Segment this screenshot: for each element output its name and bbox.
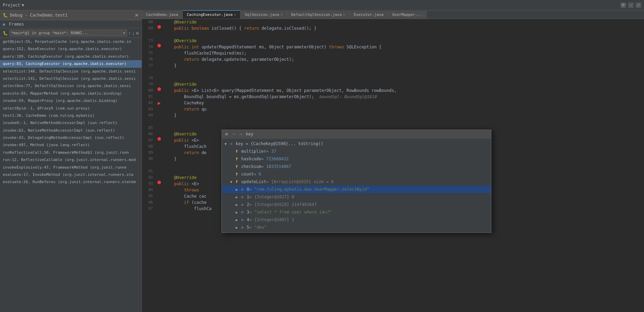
tab-cachingexecutor-java[interactable]: CachingExecutor.java × xyxy=(183,10,241,19)
thread-down-button[interactable]: ↓ xyxy=(132,30,135,36)
line-number: 93 xyxy=(142,181,156,187)
tree-key: key = {CacheKey@1598}... toString() xyxy=(236,141,323,146)
tree-value: = 1833514067 xyxy=(261,164,291,169)
expand-button[interactable]: ⤢ xyxy=(636,2,641,8)
line-content: flushCacheIfRequired(ms); xyxy=(163,50,644,56)
code-line: 75 flushCacheIfRequired(ms); xyxy=(142,50,644,56)
code-line xyxy=(142,31,644,38)
tab-cachedemo-java[interactable]: CacheDemo.java xyxy=(142,11,183,19)
stack-item[interactable]: selectOne:77, DefaultSqlSession (org.apa… xyxy=(0,82,142,89)
tree-row[interactable]: f hashcode = 723660432 xyxy=(222,155,491,163)
line-number: 74 xyxy=(142,44,156,50)
stack-item[interactable]: invoke:43, DelegatingMethodAccessorImpl … xyxy=(0,134,142,141)
tab-defaultsqlsession-java[interactable]: DefaultSqlSession.java × xyxy=(287,11,350,19)
stack-item[interactable]: evaluate:26, RunBefores (org.junit.inter… xyxy=(0,178,142,186)
tree-toggle-icon[interactable]: ▼ xyxy=(230,180,236,184)
tree-row[interactable]: f multiplier = 37 xyxy=(222,148,491,155)
tree-row[interactable]: ▼∞ key = {CacheKey@1598}... toString() xyxy=(222,140,491,148)
line-number: 85 xyxy=(142,125,156,131)
tab-executor-java[interactable]: Executor.java xyxy=(350,11,388,19)
line-number: 68 xyxy=(142,19,156,25)
line-number: 84 xyxy=(142,112,156,119)
tree-toggle-icon[interactable]: ▶ xyxy=(236,188,241,191)
tree-toggle-icon[interactable]: ▼ xyxy=(225,142,230,146)
line-number: 80 xyxy=(142,87,156,94)
line-content: @Override xyxy=(163,19,644,25)
stack-item[interactable]: evaluate:17, InvokeMethod (org.junit.int… xyxy=(0,171,142,178)
tree-toggle-icon[interactable]: ▶ xyxy=(236,195,241,199)
tab-close-icon[interactable]: × xyxy=(234,13,236,17)
tree-key: updateList xyxy=(241,179,266,184)
thread-dropdown[interactable]: *main*@1 in group *main*: RUNNI... ▾ xyxy=(9,30,127,36)
tree-row[interactable]: ▶≡ 2 = {Integer@1628} 2147483647 xyxy=(222,201,491,208)
thread-label: *main*@1 in group *main*: RUNNI... xyxy=(11,31,89,35)
stack-item[interactable]: selectByid:-1, $Proxy9 (com.sun.proxy) xyxy=(0,105,142,112)
stack-item[interactable]: invokeExplosively:47, FrameworkMethod (o… xyxy=(0,164,142,171)
line-number: 96 xyxy=(142,199,156,206)
stack-item[interactable]: invoke:59, MapperProxy (org.apache.ibati… xyxy=(0,97,142,104)
stack-item[interactable]: query:83, CachingExecutor (org.apache.ib… xyxy=(0,60,142,67)
stack-item[interactable]: selectList:148, DefaultSqlSession (org.a… xyxy=(0,68,142,75)
tree-toggle-icon[interactable]: ▶ xyxy=(236,203,241,207)
tree-toggle-icon[interactable]: ▶ xyxy=(236,226,241,229)
code-line: 81 BoundSql boundSql = ms.getBoundSql(pa… xyxy=(142,94,644,100)
stack-item[interactable]: invoke0:-1, NativeMethodAccessorImpl (su… xyxy=(0,119,142,126)
stack-item[interactable]: invoke:497, Method (java.lang.reflect) xyxy=(0,141,142,149)
code-line: 84 } xyxy=(142,112,644,119)
line-gutter xyxy=(156,87,163,91)
line-number: 78 xyxy=(142,75,156,81)
stack-list: getObject:55, PerpetualCache (org.apache… xyxy=(0,38,142,312)
stack-item[interactable]: invoke:62, NativeMethodAccessorImpl (sun… xyxy=(0,127,142,134)
thread-up-button[interactable]: ↑ xyxy=(128,30,131,36)
debug-close-button[interactable]: ✕ xyxy=(135,12,139,18)
line-number: 92 xyxy=(142,174,156,181)
tree-row[interactable]: ▶≡ 1 = {Integer@1627} 0 xyxy=(222,193,491,201)
breakpoint-icon xyxy=(157,25,161,29)
tab-sqlsession-java[interactable]: SqlSession.java × xyxy=(241,11,287,19)
right-panel: CacheDemo.javaCachingExecutor.java ×SqlS… xyxy=(142,10,644,312)
tree-key: hashcode xyxy=(241,157,261,161)
tab-usermapper---[interactable]: UserMapper... xyxy=(388,11,426,19)
stack-item[interactable]: query:109, CachingExecutor (org.apache.i… xyxy=(0,53,142,60)
stack-item[interactable]: test1:30, CacheDemo (com.tuling.mybatis) xyxy=(0,112,142,119)
breakpoint-icon xyxy=(157,44,161,47)
tree-toggle-icon[interactable]: ▶ xyxy=(236,218,241,222)
popup-nav-forward[interactable]: → xyxy=(238,131,243,137)
code-line: 83 return qu xyxy=(142,106,644,112)
tab-close-icon[interactable]: × xyxy=(343,13,345,17)
tree-row[interactable]: f count = 6 xyxy=(222,170,491,178)
tree-row[interactable]: ▶≡ 0 = "com.tuling.mybatis.dao.UserMappe… xyxy=(222,186,491,193)
popup-nav-back[interactable]: ← xyxy=(232,131,237,137)
tree-key: 1 xyxy=(247,195,249,199)
tree-key: 5 xyxy=(247,225,249,230)
line-number: 77 xyxy=(142,63,156,69)
thread-icon: 🐛 xyxy=(3,31,8,36)
tree-row[interactable]: ▶≡ 4 = {Integer@1607} 1 xyxy=(222,216,491,224)
thread-filter-button[interactable]: ≡ xyxy=(136,30,139,36)
tree-toggle-icon[interactable]: ▶ xyxy=(236,210,241,214)
stack-item[interactable]: getObject:55, PerpetualCache (org.apache… xyxy=(0,38,142,45)
tree-key: checksum xyxy=(241,164,261,169)
tree-row[interactable]: ▶≡ 3 = "select * from user where id=?" xyxy=(222,208,491,216)
tree-row[interactable]: f checksum = 1833514067 xyxy=(222,163,491,170)
tree-item-icon: f xyxy=(236,150,241,153)
stack-item[interactable]: run:12, ReflectiveCallable (org.junit.in… xyxy=(0,156,142,163)
settings-button[interactable]: ⚙ xyxy=(620,2,626,8)
tree-key: 4 xyxy=(247,217,249,222)
line-number: 91 xyxy=(142,168,156,174)
line-gutter xyxy=(156,137,163,141)
debug-arrow-icon: ▶ xyxy=(158,100,161,106)
frames-bar: ▣ Frames xyxy=(0,20,142,28)
stack-item[interactable]: runReflectiveCall:50, FrameworkMethod$1 … xyxy=(0,149,142,156)
stack-item[interactable]: execute:83, MapperMethod (org.apache.iba… xyxy=(0,90,142,97)
tab-close-icon[interactable]: × xyxy=(281,13,283,17)
tree-value: = {Integer@1628} 2147483647 xyxy=(249,202,317,207)
minimize-button[interactable]: − xyxy=(628,2,634,8)
tree-item-icon: f xyxy=(236,165,241,169)
stack-item[interactable]: selectList:141, DefaultSqlSession (org.a… xyxy=(0,75,142,82)
tree-row[interactable]: ▼f updateList = {ArrayList@1625} size = … xyxy=(222,178,491,186)
tree-row[interactable]: ▶≡ 5 = "dev" xyxy=(222,224,491,231)
line-number: 81 xyxy=(142,94,156,100)
code-line: 68 @Override xyxy=(142,19,644,25)
stack-item[interactable]: query:152, BaseExecutor (org.apache.ibat… xyxy=(0,45,142,53)
